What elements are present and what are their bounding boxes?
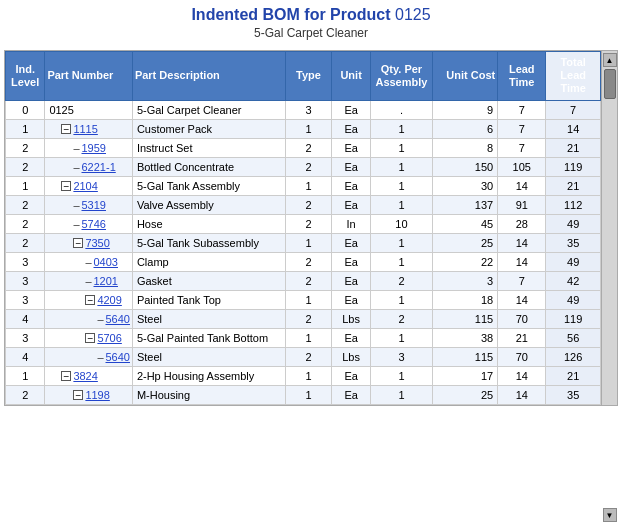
expand-minus-icon[interactable]: −: [85, 333, 95, 343]
cell-ind-level: 3: [6, 328, 45, 347]
cell-part-desc: Gasket: [132, 271, 285, 290]
part-number-link[interactable]: 7350: [85, 237, 109, 249]
cell-lead-time: 14: [498, 176, 546, 195]
cell-unit: Ea: [331, 252, 370, 271]
cell-ind-level: 2: [6, 385, 45, 404]
cell-part-number[interactable]: –1201: [45, 271, 133, 290]
cell-unit-cost: 22: [432, 252, 498, 271]
cell-qty-per-assembly: 1: [371, 366, 432, 385]
cell-unit: Ea: [331, 157, 370, 176]
part-number-link[interactable]: 5640: [106, 313, 130, 325]
table-row: 1−21045-Gal Tank Assembly1Ea1301421: [6, 176, 601, 195]
expand-minus-icon[interactable]: −: [73, 238, 83, 248]
cell-part-number[interactable]: –5640: [45, 309, 133, 328]
part-number-link[interactable]: 5319: [82, 199, 106, 211]
part-number-text: 0125: [49, 104, 73, 116]
cell-unit: Ea: [331, 233, 370, 252]
expand-minus-icon[interactable]: −: [73, 390, 83, 400]
cell-type: 1: [286, 290, 332, 309]
part-number-link[interactable]: 4209: [97, 294, 121, 306]
cell-ind-level: 3: [6, 252, 45, 271]
table-row: 001255-Gal Carpet Cleaner3Ea.977: [6, 100, 601, 119]
cell-type: 2: [286, 138, 332, 157]
scroll-thumb[interactable]: [604, 69, 616, 99]
part-number-link[interactable]: 5706: [97, 332, 121, 344]
cell-type: 3: [286, 100, 332, 119]
cell-lead-time: 7: [498, 271, 546, 290]
cell-ind-level: 0: [6, 100, 45, 119]
cell-ind-level: 4: [6, 347, 45, 366]
part-number-link[interactable]: 5640: [106, 351, 130, 363]
part-number-link[interactable]: 0403: [94, 256, 118, 268]
cell-unit: Ea: [331, 100, 370, 119]
cell-ind-level: 2: [6, 214, 45, 233]
cell-unit: In: [331, 214, 370, 233]
cell-unit-cost: 38: [432, 328, 498, 347]
part-number-link[interactable]: 2104: [73, 180, 97, 192]
cell-part-number[interactable]: –5746: [45, 214, 133, 233]
cell-part-number[interactable]: −1198: [45, 385, 133, 404]
cell-part-desc: 5-Gal Painted Tank Bottom: [132, 328, 285, 347]
cell-part-desc: Painted Tank Top: [132, 290, 285, 309]
cell-part-number[interactable]: –0403: [45, 252, 133, 271]
cell-part-number[interactable]: −3824: [45, 366, 133, 385]
scrollbar[interactable]: ▲ ▼: [601, 51, 617, 405]
cell-part-desc: Steel: [132, 309, 285, 328]
cell-qty-per-assembly: 1: [371, 119, 432, 138]
cell-lead-time: 7: [498, 119, 546, 138]
table-row: 4–5640Steel2Lbs211570119: [6, 309, 601, 328]
table-header-row: Ind.Level Part Number Part Description T…: [6, 52, 601, 101]
cell-qty-per-assembly: 2: [371, 309, 432, 328]
cell-total-lead-time: 21: [546, 138, 601, 157]
scroll-up-button[interactable]: ▲: [603, 53, 617, 67]
table-row: 3–0403Clamp2Ea1221449: [6, 252, 601, 271]
cell-lead-time: 21: [498, 328, 546, 347]
part-number-link[interactable]: 1201: [94, 275, 118, 287]
col-header-unit: Unit: [331, 52, 370, 101]
cell-part-number[interactable]: –6221-1: [45, 157, 133, 176]
expand-dash-icon: –: [73, 218, 79, 230]
expand-minus-icon[interactable]: −: [61, 181, 71, 191]
bom-table-wrapper: Ind.Level Part Number Part Description T…: [4, 50, 618, 406]
cell-unit-cost: 115: [432, 309, 498, 328]
cell-qty-per-assembly: 1: [371, 385, 432, 404]
part-number-link[interactable]: 5746: [82, 218, 106, 230]
cell-part-number[interactable]: −1115: [45, 119, 133, 138]
cell-part-number[interactable]: –5319: [45, 195, 133, 214]
cell-total-lead-time: 35: [546, 233, 601, 252]
cell-part-desc: Clamp: [132, 252, 285, 271]
expand-minus-icon[interactable]: −: [61, 124, 71, 134]
expand-minus-icon[interactable]: −: [61, 371, 71, 381]
cell-total-lead-time: 119: [546, 157, 601, 176]
cell-lead-time: 7: [498, 138, 546, 157]
cell-part-number[interactable]: −2104: [45, 176, 133, 195]
expand-minus-icon[interactable]: −: [85, 295, 95, 305]
cell-part-desc: Bottled Concentrate: [132, 157, 285, 176]
cell-part-number[interactable]: −7350: [45, 233, 133, 252]
part-number-link[interactable]: 6221-1: [82, 161, 116, 173]
cell-unit: Lbs: [331, 347, 370, 366]
cell-part-desc: 5-Gal Tank Subassembly: [132, 233, 285, 252]
cell-type: 1: [286, 328, 332, 347]
cell-qty-per-assembly: 2: [371, 271, 432, 290]
cell-part-number[interactable]: −4209: [45, 290, 133, 309]
cell-part-number[interactable]: –1959: [45, 138, 133, 157]
table-row: 2–5319Valve Assembly2Ea113791112: [6, 195, 601, 214]
cell-qty-per-assembly: .: [371, 100, 432, 119]
cell-unit-cost: 6: [432, 119, 498, 138]
cell-part-number[interactable]: –5640: [45, 347, 133, 366]
part-number-link[interactable]: 3824: [73, 370, 97, 382]
cell-type: 1: [286, 119, 332, 138]
table-row: 3−57065-Gal Painted Tank Bottom1Ea138215…: [6, 328, 601, 347]
cell-lead-time: 7: [498, 100, 546, 119]
cell-total-lead-time: 42: [546, 271, 601, 290]
cell-unit-cost: 115: [432, 347, 498, 366]
part-number-link[interactable]: 1959: [82, 142, 106, 154]
cell-part-number[interactable]: −5706: [45, 328, 133, 347]
part-number-link[interactable]: 1115: [73, 123, 97, 135]
cell-qty-per-assembly: 1: [371, 328, 432, 347]
part-number-link[interactable]: 1198: [85, 389, 109, 401]
cell-lead-time: 70: [498, 309, 546, 328]
cell-qty-per-assembly: 1: [371, 176, 432, 195]
cell-unit-cost: 18: [432, 290, 498, 309]
